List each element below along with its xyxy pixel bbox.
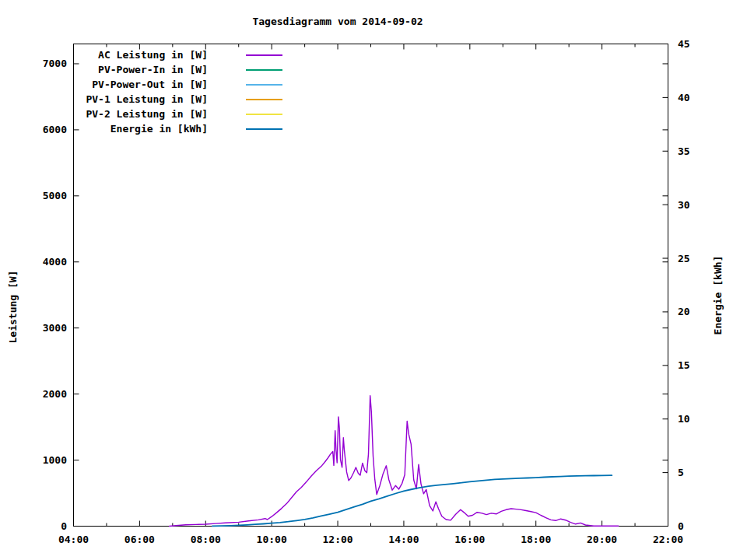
y-left-tick-label: 1000 xyxy=(43,454,67,466)
chart-canvas: Tagesdiagramm vom 2014-09-02 Leistung [W… xyxy=(0,0,747,560)
y-right-tick-label: 40 xyxy=(678,92,690,103)
x-tick-label: 04:00 xyxy=(58,534,89,545)
legend-line-sample-1 xyxy=(246,54,282,56)
x-tick-label: 06:00 xyxy=(124,534,155,545)
y-left-tick-label: 0 xyxy=(61,520,67,532)
y-left-tick-label: 3000 xyxy=(43,322,67,334)
x-tick-label: 10:00 xyxy=(257,534,287,545)
x-tick-label: 16:00 xyxy=(454,534,485,545)
y-right-tick-label: 5 xyxy=(678,467,684,478)
y-left-tick-label: 4000 xyxy=(43,256,67,268)
legend-label-6: Energie in [kWh] xyxy=(110,123,208,135)
y-right-tick-label: 30 xyxy=(678,199,690,211)
legend-label-5: PV-2 Leistung in [W] xyxy=(86,108,208,120)
x-tick-label: 14:00 xyxy=(388,534,419,545)
legend-label-1: AC Leistung in [W] xyxy=(98,49,208,61)
y-left-tick-label: 7000 xyxy=(43,58,67,69)
y-right-tick-label: 10 xyxy=(678,413,690,425)
series-line-energie-in-kwh xyxy=(212,475,612,526)
x-tick-label: 22:00 xyxy=(653,534,683,545)
y-right-tick-label: 0 xyxy=(678,520,684,532)
y-right-tick-label: 20 xyxy=(678,306,690,317)
y-right-tick-label: 35 xyxy=(678,145,690,157)
y-left-tick-label: 6000 xyxy=(43,124,67,135)
x-tick-label: 20:00 xyxy=(587,534,617,545)
y-right-tick-label: 15 xyxy=(678,359,690,371)
legend-line-sample-4 xyxy=(246,99,282,100)
y-left-tick-label: 5000 xyxy=(43,190,67,201)
legend-line-sample-3 xyxy=(246,84,282,86)
x-tick-label: 18:00 xyxy=(521,534,551,545)
legend-label-2: PV-Power-In in [W] xyxy=(98,64,208,75)
legend-line-sample-6 xyxy=(246,128,282,130)
x-tick-label: 08:00 xyxy=(191,534,221,545)
y-right-tick-label: 45 xyxy=(678,38,690,50)
x-tick-label: 12:00 xyxy=(322,534,352,545)
series-line-ac-leistung-in-w xyxy=(170,396,619,527)
legend-label-4: PV-1 Leistung in [W] xyxy=(86,93,208,105)
y-right-tick-label: 25 xyxy=(678,253,690,264)
legend-line-sample-5 xyxy=(246,114,282,115)
legend-label-3: PV-Power-Out in [W] xyxy=(92,79,208,90)
legend-line-sample-2 xyxy=(246,69,282,71)
y-left-tick-label: 2000 xyxy=(43,388,67,400)
